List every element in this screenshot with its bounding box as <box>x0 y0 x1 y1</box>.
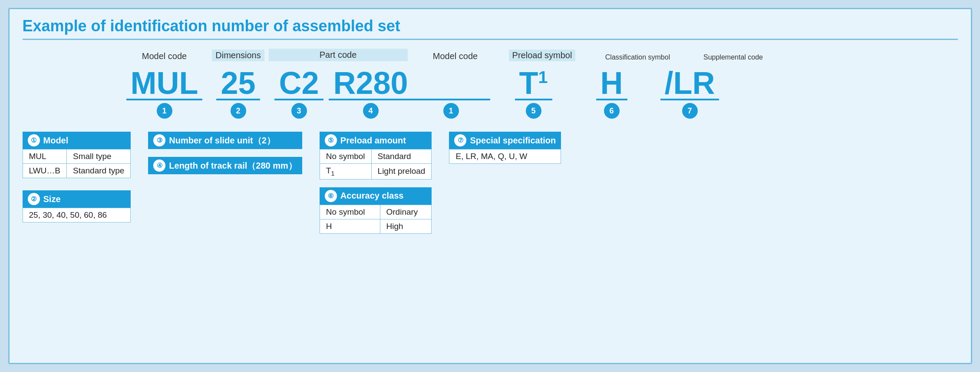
page-title: Example of identification number of asse… <box>23 17 958 40</box>
table6-row2-col2: High <box>380 219 432 233</box>
col-far-right: ⑦ Special specification E, LR, MA, Q, U,… <box>449 132 561 164</box>
label-part-code: Part code <box>320 50 357 60</box>
table2: 25, 30, 40, 50, 60, 86 <box>23 208 131 223</box>
code-25: 25 2 <box>208 67 269 119</box>
table5-row1-col1: No symbol <box>320 149 371 164</box>
code-T1: T1 5 <box>490 67 577 119</box>
circle-table1: ① <box>28 134 40 146</box>
table6-row2-col1: H <box>320 219 380 233</box>
table2-row1-col1: 25, 30, 40, 50, 60, 86 <box>23 208 131 223</box>
label-classification-symbol: Classification symbol <box>605 53 670 61</box>
table5-row2-col1: T1 <box>320 164 371 179</box>
table6-row1-col1: No symbol <box>320 205 380 219</box>
label-model-code-1: Model code <box>142 51 187 61</box>
table-row: H High <box>320 219 432 233</box>
table1: MUL Small type LWU…B Standard type <box>23 149 131 178</box>
circle-4: 4 <box>363 103 379 119</box>
code-H-text: H <box>596 67 627 100</box>
table6-row1-col2: Ordinary <box>380 205 432 219</box>
code-LR-text: /LR <box>660 67 719 100</box>
table1-row1-col2: Small type <box>66 149 130 164</box>
code-25-text: 25 <box>216 67 260 100</box>
circle-7: 7 <box>682 103 698 119</box>
table7: E, LR, MA, Q, U, W <box>449 149 561 164</box>
code-C2-text: C2 <box>274 67 323 100</box>
table6-header: ⑥ Accuracy class <box>320 187 432 205</box>
circle-1b: 1 <box>443 103 459 119</box>
circle-1a: 1 <box>157 103 172 119</box>
table-row: MUL Small type <box>23 149 131 164</box>
circle-table6: ⑥ <box>325 190 337 202</box>
code-T1-text: T1 <box>515 67 552 100</box>
main-container: Example of identification number of asse… <box>8 8 972 364</box>
code-R280: R280 4 <box>330 67 412 119</box>
code-R280-text: R280 <box>329 67 412 100</box>
code-MUL-text: MUL <box>126 67 203 100</box>
table1-header-label: Model <box>43 136 69 146</box>
table7-header-label: Special specification <box>470 136 556 146</box>
table4-header-label: Length of track rail（280 mm） <box>169 160 297 172</box>
label-preload-symbol: Preload symbol <box>509 50 576 61</box>
code-H: H 6 <box>577 67 647 119</box>
table3-header: ③ Number of slide unit（2） <box>148 132 302 149</box>
diagram-section: Model code Dimensions Part code Model co… <box>23 49 958 119</box>
table4-header: ④ Length of track rail（280 mm） <box>148 157 302 174</box>
col-mid: ③ Number of slide unit（2） ④ Length of tr… <box>148 132 302 174</box>
code-C2: C2 3 <box>269 67 330 119</box>
table2-header-label: Size <box>43 194 61 204</box>
col-right: ⑤ Preload amount No symbol Standard T1 L… <box>320 132 432 234</box>
circle-3: 3 <box>291 103 307 119</box>
circle-5: 5 <box>526 103 541 119</box>
table1-row1-col1: MUL <box>23 149 66 164</box>
code-T1-sup: 1 <box>538 67 548 86</box>
table6: No symbol Ordinary H High <box>320 205 432 234</box>
table1-block: ① Model MUL Small type LWU…B Standard ty… <box>23 132 131 178</box>
circle-table4: ④ <box>153 159 165 172</box>
table7-header: ⑦ Special specification <box>449 132 561 149</box>
col-left: ① Model MUL Small type LWU…B Standard ty… <box>23 132 131 223</box>
table-row: No symbol Standard <box>320 149 432 164</box>
table7-block: ⑦ Special specification E, LR, MA, Q, U,… <box>449 132 561 164</box>
circle-table2: ② <box>28 193 40 205</box>
table6-block: ⑥ Accuracy class No symbol Ordinary H Hi… <box>320 187 432 234</box>
table5-block: ⑤ Preload amount No symbol Standard T1 L… <box>320 132 432 179</box>
label-model-code-2: Model code <box>433 51 478 61</box>
code-MUL: MUL 1 <box>121 67 208 119</box>
circle-table5: ⑤ <box>325 134 337 146</box>
table-row: T1 Light preload <box>320 164 432 179</box>
circle-6: 6 <box>604 103 620 119</box>
table5-header-label: Preload amount <box>340 136 406 146</box>
table1-header: ① Model <box>23 132 131 149</box>
code-LR: /LR 7 <box>647 67 733 119</box>
label-dimensions: Dimensions <box>212 50 264 61</box>
table1-row2-col2: Standard type <box>66 164 130 178</box>
table-row: LWU…B Standard type <box>23 164 131 178</box>
table3-header-label: Number of slide unit（2） <box>169 135 275 146</box>
table-row: 25, 30, 40, 50, 60, 86 <box>23 208 131 223</box>
table6-header-label: Accuracy class <box>340 191 404 201</box>
table2-header: ② Size <box>23 190 131 208</box>
table7-row1-col1: E, LR, MA, Q, U, W <box>449 149 561 164</box>
table5: No symbol Standard T1 Light preload <box>320 149 432 179</box>
table5-header: ⑤ Preload amount <box>320 132 432 149</box>
table5-row1-col2: Standard <box>371 149 432 164</box>
bottom-section: ① Model MUL Small type LWU…B Standard ty… <box>23 132 958 234</box>
circle-table3: ③ <box>153 134 165 146</box>
table5-row2-col2: Light preload <box>371 164 432 179</box>
circle-2: 2 <box>231 103 246 119</box>
table1-row2-col1: LWU…B <box>23 164 66 178</box>
table-row: No symbol Ordinary <box>320 205 432 219</box>
table4-block: ④ Length of track rail（280 mm） <box>148 157 302 174</box>
circle-table7: ⑦ <box>454 134 466 146</box>
table-row: E, LR, MA, Q, U, W <box>449 149 561 164</box>
table3-block: ③ Number of slide unit（2） <box>148 132 302 149</box>
table2-block: ② Size 25, 30, 40, 50, 60, 86 <box>23 190 131 223</box>
code-blank: 1 <box>412 63 490 119</box>
label-supplemental-code: Supplemental code <box>703 53 763 61</box>
